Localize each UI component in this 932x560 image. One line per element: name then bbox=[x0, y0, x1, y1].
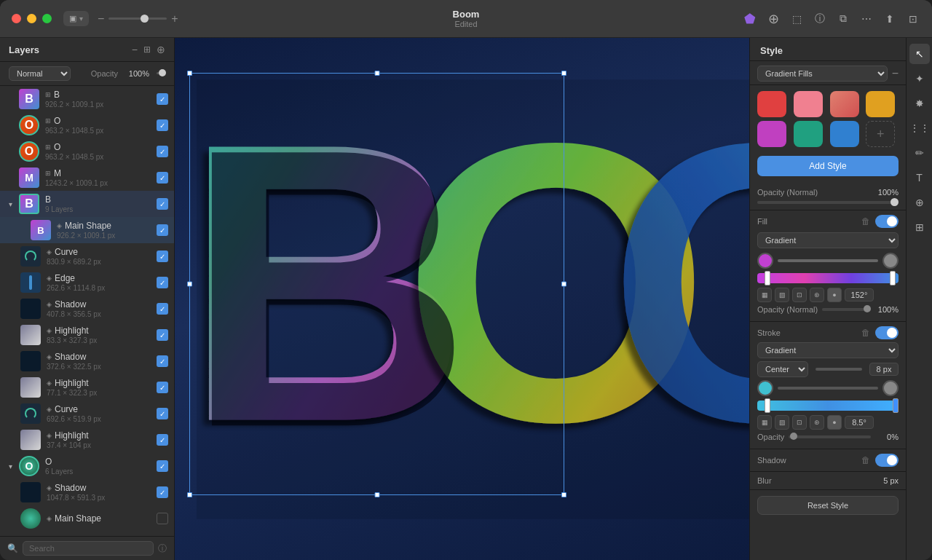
fill-opacity-slider[interactable] bbox=[822, 308, 871, 311]
shadow-toggle[interactable] bbox=[875, 454, 899, 467]
stroke-stop-2[interactable] bbox=[882, 380, 899, 396]
layer-visibility[interactable] bbox=[157, 224, 168, 236]
layer-visibility[interactable] bbox=[157, 146, 168, 157]
star-tool-icon[interactable]: ✸ bbox=[909, 93, 930, 114]
cursor-tool-icon[interactable]: ↖ bbox=[909, 44, 930, 64]
stroke-angle-btn-circle[interactable]: ● bbox=[827, 415, 842, 430]
swatch-purple[interactable] bbox=[757, 121, 786, 147]
stroke-stop-1[interactable] bbox=[757, 380, 773, 396]
layer-item[interactable]: ◈ Edge 262.6 × 1114.8 px bbox=[0, 269, 174, 296]
layer-visibility[interactable] bbox=[157, 486, 168, 498]
layers-add-icon[interactable]: ⊕ bbox=[157, 44, 165, 55]
add-swatch-button[interactable]: + bbox=[866, 121, 895, 147]
gradient-fills-select[interactable]: Gradient Fills bbox=[757, 66, 888, 82]
layer-visibility[interactable] bbox=[157, 172, 168, 184]
pen-tool-icon[interactable]: ✏ bbox=[909, 143, 930, 163]
gradient-track[interactable] bbox=[757, 273, 899, 283]
canvas-area[interactable]: B O O B bbox=[175, 38, 749, 560]
remove-fill-icon[interactable]: − bbox=[892, 67, 899, 80]
layer-item[interactable]: ◈ Highlight 37.4 × 104 px bbox=[0, 427, 174, 453]
layer-visibility[interactable] bbox=[157, 277, 168, 288]
layer-item[interactable]: O ⊞ O 963.2 × 1048.5 px bbox=[0, 138, 174, 165]
layer-visibility[interactable] bbox=[157, 93, 168, 105]
add-icon[interactable]: ⊕ bbox=[766, 12, 781, 26]
layer-item[interactable]: B ⊞ B 926.2 × 1009.1 px bbox=[0, 86, 174, 112]
layer-visibility[interactable] bbox=[157, 198, 168, 210]
layer-visibility[interactable] bbox=[157, 460, 168, 472]
layer-visibility-off[interactable] bbox=[157, 513, 168, 524]
delete-stroke-icon[interactable]: 🗑 bbox=[861, 328, 871, 338]
layer-item[interactable]: ◈ Shadow 407.8 × 356.5 px bbox=[0, 296, 174, 322]
stroke-thumb-right[interactable] bbox=[893, 398, 899, 413]
panels-icon[interactable]: ⧉ bbox=[836, 12, 850, 26]
layer-item[interactable]: ◈ Shadow 372.6 × 322.5 px bbox=[0, 348, 174, 374]
layer-visibility[interactable] bbox=[157, 329, 168, 341]
swatch-salmon[interactable] bbox=[830, 91, 859, 117]
angle-btn-1[interactable]: ▦ bbox=[757, 288, 772, 302]
gradient-stop-1[interactable] bbox=[757, 253, 773, 269]
layer-visibility[interactable] bbox=[157, 303, 168, 315]
opacity-slider[interactable] bbox=[757, 201, 899, 204]
stroke-width-input[interactable]: 8 px bbox=[869, 363, 899, 376]
zoom-in-icon[interactable]: ⊕ bbox=[909, 192, 930, 213]
layer-visibility[interactable] bbox=[157, 251, 168, 262]
actions-icon[interactable]: ⋯ bbox=[859, 12, 874, 26]
blend-mode-select[interactable]: Normal bbox=[9, 66, 71, 81]
fullscreen-button[interactable] bbox=[42, 14, 52, 23]
fill-toggle[interactable] bbox=[875, 215, 899, 228]
fill-type-select[interactable]: Gradient bbox=[757, 232, 899, 248]
layer-visibility[interactable] bbox=[157, 434, 168, 446]
color-picker-icon[interactable]: ⬟ bbox=[743, 12, 757, 26]
layout-icon[interactable]: ⊡ bbox=[906, 12, 920, 26]
search-input[interactable] bbox=[23, 541, 154, 556]
stroke-position-select[interactable]: Center bbox=[757, 361, 808, 377]
gradient-stop-2[interactable] bbox=[882, 253, 899, 269]
layer-item[interactable]: ◈ Highlight 77.1 × 322.3 px bbox=[0, 374, 174, 401]
angle-btn-3[interactable]: ⊡ bbox=[792, 288, 807, 302]
info-icon[interactable]: ⓘ bbox=[813, 12, 827, 26]
move-tool-icon[interactable]: ✦ bbox=[909, 68, 930, 89]
stroke-angle-value[interactable]: 8.5° bbox=[845, 416, 874, 429]
sidebar-toggle-button[interactable]: ▣ ▾ bbox=[63, 11, 89, 26]
stroke-angle-btn-4[interactable]: ⊛ bbox=[810, 415, 824, 430]
angle-btn-circle[interactable]: ● bbox=[827, 288, 842, 302]
swatch-pink[interactable] bbox=[794, 91, 823, 117]
delete-fill-icon[interactable]: 🗑 bbox=[861, 216, 871, 226]
reset-style-button[interactable]: Reset Style bbox=[757, 496, 899, 515]
stroke-opacity-slider[interactable] bbox=[789, 435, 871, 438]
zoom-slider[interactable] bbox=[108, 17, 167, 20]
layer-item[interactable]: M ⊞ M 1243.2 × 1009.1 px bbox=[0, 165, 174, 191]
layer-group-item[interactable]: ▾ O O 6 Layers bbox=[0, 453, 174, 479]
layer-item[interactable]: O ⊞ O 963.2 × 1048.5 px bbox=[0, 112, 174, 138]
minimize-button[interactable] bbox=[27, 14, 36, 23]
text-tool-icon[interactable]: T bbox=[909, 167, 930, 188]
info-circle-icon[interactable]: ⓘ bbox=[158, 543, 167, 555]
add-style-button[interactable]: Add Style bbox=[757, 156, 899, 176]
layer-visibility[interactable] bbox=[157, 408, 168, 419]
stroke-angle-btn-1[interactable]: ▦ bbox=[757, 415, 772, 430]
angle-btn-2[interactable]: ▧ bbox=[775, 288, 789, 302]
fill-angle-value[interactable]: 152° bbox=[845, 288, 874, 301]
layer-item[interactable]: B ◈ Main Shape 926.2 × 1009.1 px bbox=[0, 217, 174, 243]
zoom-plus-icon[interactable]: + bbox=[171, 12, 178, 25]
layer-item[interactable]: ◈ Curve 692.6 × 519.9 px bbox=[0, 401, 174, 427]
layer-item[interactable]: ◈ Highlight 83.3 × 327.3 px bbox=[0, 322, 174, 348]
expand-icon[interactable]: ▾ bbox=[9, 200, 19, 208]
angle-btn-4[interactable]: ⊛ bbox=[810, 288, 824, 302]
expand-icon[interactable]: ▾ bbox=[9, 462, 19, 470]
image-icon[interactable]: ⬚ bbox=[789, 12, 804, 26]
layer-item[interactable]: ◈ Shadow 1047.8 × 591.3 px bbox=[0, 479, 174, 505]
stroke-angle-btn-2[interactable]: ▧ bbox=[775, 415, 789, 430]
layer-item[interactable]: ◈ Curve 830.9 × 689.2 px bbox=[0, 243, 174, 269]
layers-grid-icon[interactable]: ⊞ bbox=[143, 44, 151, 55]
stroke-angle-btn-3[interactable]: ⊡ bbox=[792, 415, 807, 430]
layer-visibility[interactable] bbox=[157, 119, 168, 131]
stroke-gradient-track[interactable] bbox=[757, 401, 899, 411]
swatch-yellow[interactable] bbox=[866, 91, 895, 117]
layer-group-item[interactable]: ▾ B B 9 Layers bbox=[0, 191, 174, 217]
close-button[interactable] bbox=[12, 14, 21, 23]
layer-item[interactable]: ◈ Main Shape bbox=[0, 505, 174, 532]
zoom-minus-icon[interactable]: − bbox=[98, 12, 104, 25]
crop-icon[interactable]: ⊞ bbox=[909, 217, 930, 237]
export-icon[interactable]: ⬆ bbox=[882, 12, 897, 26]
